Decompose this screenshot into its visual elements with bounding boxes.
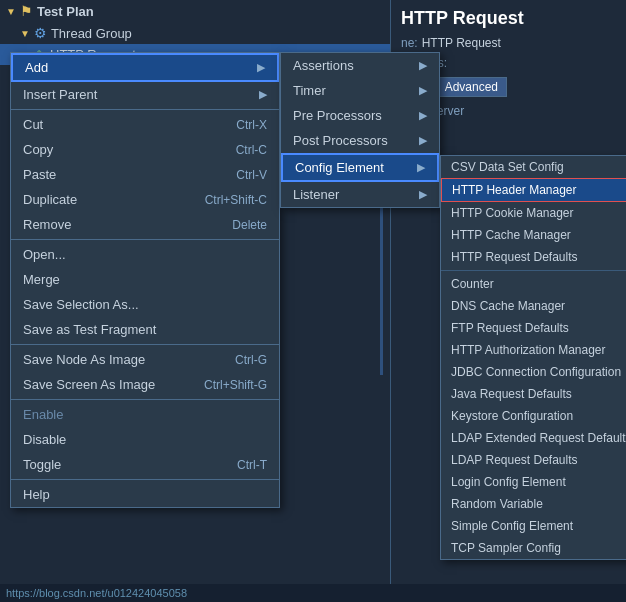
arrow-icon-assertions: ▶ [419, 59, 427, 72]
menu-label-savenodeimage: Save Node As Image [23, 352, 145, 367]
menu-label-insertparent: Insert Parent [23, 87, 97, 102]
submenu2-item-dnscache[interactable]: DNS Cache Manager [441, 295, 626, 317]
menu-item-copy[interactable]: Copy Ctrl-C [11, 137, 279, 162]
submenu2-item-counter[interactable]: Counter [441, 273, 626, 295]
threadgroup-label: Thread Group [51, 26, 132, 41]
submenu-item-preprocessors[interactable]: Pre Processors ▶ [281, 103, 439, 128]
submenu-label-timer: Timer [293, 83, 326, 98]
menu-label-copy: Copy [23, 142, 53, 157]
menu-item-enable: Enable [11, 402, 279, 427]
submenu2-item-httpcache[interactable]: HTTP Cache Manager [441, 224, 626, 246]
shortcut-duplicate: Ctrl+Shift-C [205, 193, 267, 207]
submenu2-item-keystore[interactable]: Keystore Configuration [441, 405, 626, 427]
submenu2-item-tcpsampler[interactable]: TCP Sampler Config [441, 537, 626, 559]
menu-label-saveselection: Save Selection As... [23, 297, 139, 312]
url-bar: https://blog.csdn.net/u012424045058 [0, 584, 626, 602]
menu-item-help[interactable]: Help [11, 482, 279, 507]
menu-label-savescreenimage: Save Screen As Image [23, 377, 155, 392]
menu-item-merge[interactable]: Merge [11, 267, 279, 292]
menu-item-open[interactable]: Open... [11, 242, 279, 267]
submenu2-item-httpauth[interactable]: HTTP Authorization Manager [441, 339, 626, 361]
menu-label-savetestfragment: Save as Test Fragment [23, 322, 156, 337]
menu-label-cut: Cut [23, 117, 43, 132]
menu-item-savetestfragment[interactable]: Save as Test Fragment [11, 317, 279, 342]
submenu2-label-httpauth: HTTP Authorization Manager [451, 343, 606, 357]
shortcut-cut: Ctrl-X [236, 118, 267, 132]
menu-item-saveselection[interactable]: Save Selection As... [11, 292, 279, 317]
menu-item-savenodeimage[interactable]: Save Node As Image Ctrl-G [11, 347, 279, 372]
threadgroup-collapse-icon: ▼ [20, 28, 30, 39]
submenu2-item-javarequestdefaults[interactable]: Java Request Defaults [441, 383, 626, 405]
arrow-icon-timer: ▶ [419, 84, 427, 97]
submenu2-item-ldap[interactable]: LDAP Request Defaults [441, 449, 626, 471]
threadgroup-icon: ⚙ [34, 25, 47, 41]
arrow-icon-preprocessors: ▶ [419, 109, 427, 122]
name-label: ne: [401, 36, 418, 50]
menu-item-cut[interactable]: Cut Ctrl-X [11, 112, 279, 137]
submenu2-item-jdbc[interactable]: JDBC Connection Configuration [441, 361, 626, 383]
submenu-label-postprocessors: Post Processors [293, 133, 388, 148]
context-menu: Add ▶ Insert Parent ▶ Cut Ctrl-X Copy Ct… [10, 52, 280, 508]
url-text: https://blog.csdn.net/u012424045058 [6, 587, 187, 599]
submenu-item-timer[interactable]: Timer ▶ [281, 78, 439, 103]
menu-item-toggle[interactable]: Toggle Ctrl-T [11, 452, 279, 477]
testplan-label: Test Plan [37, 4, 94, 19]
submenu2-label-httpcookie: HTTP Cookie Manager [451, 206, 574, 220]
submenu2-label-httpheader: HTTP Header Manager [452, 183, 577, 197]
separator-5 [11, 479, 279, 480]
submenu2-separator [441, 270, 626, 271]
submenu2-label-ldap: LDAP Request Defaults [451, 453, 578, 467]
submenu2-item-httpheader[interactable]: HTTP Header Manager [441, 178, 626, 202]
submenu-item-configelement[interactable]: Config Element ▶ [281, 153, 439, 182]
arrow-icon-postprocessors: ▶ [419, 134, 427, 147]
tree-item-testplan[interactable]: ▼ ⚑ Test Plan [0, 0, 390, 22]
submenu2-item-csvdataset[interactable]: CSV Data Set Config [441, 156, 626, 178]
submenu2-item-ftprequestdefaults[interactable]: FTP Request Defaults [441, 317, 626, 339]
submenu-add: Assertions ▶ Timer ▶ Pre Processors ▶ Po… [280, 52, 440, 208]
shortcut-remove: Delete [232, 218, 267, 232]
collapse-icon: ▼ [6, 6, 16, 17]
menu-item-duplicate[interactable]: Duplicate Ctrl+Shift-C [11, 187, 279, 212]
arrow-icon-configelement: ▶ [417, 161, 425, 174]
submenu2-item-randomvariable[interactable]: Random Variable [441, 493, 626, 515]
submenu2-label-counter: Counter [451, 277, 494, 291]
menu-label-help: Help [23, 487, 50, 502]
submenu-label-assertions: Assertions [293, 58, 354, 73]
menu-item-add[interactable]: Add ▶ [11, 53, 279, 82]
right-panel-title: HTTP Request [391, 0, 626, 33]
shortcut-paste: Ctrl-V [236, 168, 267, 182]
menu-item-savescreenimage[interactable]: Save Screen As Image Ctrl+Shift-G [11, 372, 279, 397]
submenu-item-assertions[interactable]: Assertions ▶ [281, 53, 439, 78]
submenu2-label-csvdataset: CSV Data Set Config [451, 160, 564, 174]
tree-item-threadgroup[interactable]: ▼ ⚙ Thread Group [0, 22, 390, 44]
menu-label-remove: Remove [23, 217, 71, 232]
submenu2-label-jdbc: JDBC Connection Configuration [451, 365, 621, 379]
submenu2-item-httprequestdefaults[interactable]: HTTP Request Defaults [441, 246, 626, 268]
menu-item-insertparent[interactable]: Insert Parent ▶ [11, 82, 279, 107]
submenu2-label-tcpsampler: TCP Sampler Config [451, 541, 561, 555]
submenu2-item-simpleconfig[interactable]: Simple Config Element [441, 515, 626, 537]
menu-label-duplicate: Duplicate [23, 192, 77, 207]
menu-item-disable[interactable]: Disable [11, 427, 279, 452]
submenu2-item-loginconfig[interactable]: Login Config Element [441, 471, 626, 493]
submenu2-item-ldapext[interactable]: LDAP Extended Request Defaults [441, 427, 626, 449]
submenu-config-element: CSV Data Set Config HTTP Header Manager … [440, 155, 626, 560]
submenu2-label-ftprequestdefaults: FTP Request Defaults [451, 321, 569, 335]
shortcut-toggle: Ctrl-T [237, 458, 267, 472]
menu-label-enable: Enable [23, 407, 63, 422]
submenu-label-preprocessors: Pre Processors [293, 108, 382, 123]
arrow-icon-listener: ▶ [419, 188, 427, 201]
arrow-icon-insertparent: ▶ [259, 88, 267, 101]
menu-label-paste: Paste [23, 167, 56, 182]
testplan-icon: ⚑ [20, 3, 33, 19]
separator-2 [11, 239, 279, 240]
arrow-icon-add: ▶ [257, 61, 265, 74]
tab-advanced[interactable]: Advanced [436, 77, 507, 97]
submenu-item-postprocessors[interactable]: Post Processors ▶ [281, 128, 439, 153]
submenu-item-listener[interactable]: Listener ▶ [281, 182, 439, 207]
menu-item-paste[interactable]: Paste Ctrl-V [11, 162, 279, 187]
menu-item-remove[interactable]: Remove Delete [11, 212, 279, 237]
menu-label-add: Add [25, 60, 48, 75]
submenu2-item-httpcookie[interactable]: HTTP Cookie Manager [441, 202, 626, 224]
submenu2-label-simpleconfig: Simple Config Element [451, 519, 573, 533]
